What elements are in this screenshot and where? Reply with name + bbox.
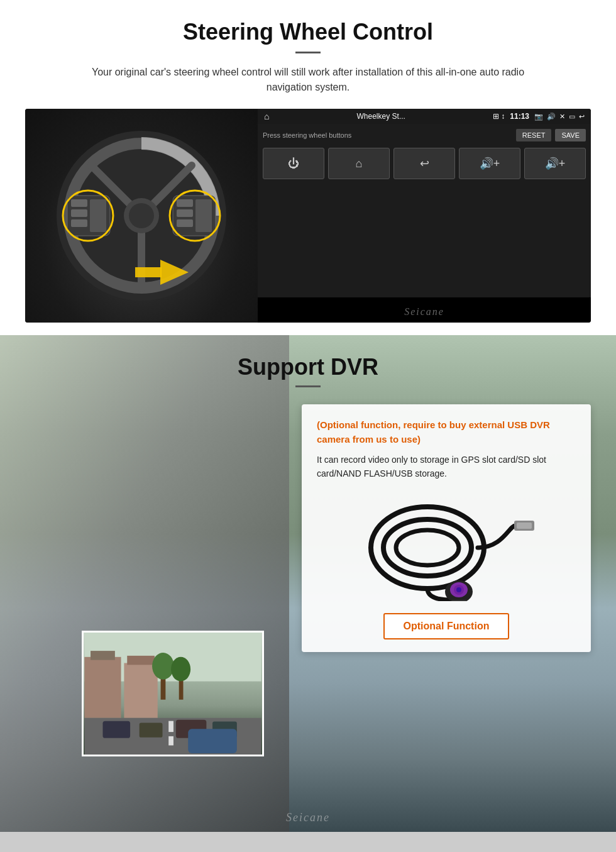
tablet-instruction: Press steering wheel buttons xyxy=(263,131,351,139)
sound-icon: 🔊 xyxy=(547,113,556,121)
tablet-status-bar: ⌂ Wheelkey St... ⊞ ↕ 11:13 📷 🔊 ✕ ▭ ↩ xyxy=(258,109,591,124)
dvr-camera-image xyxy=(317,491,576,604)
svg-rect-37 xyxy=(188,729,237,753)
back-func-btn[interactable]: ↩ xyxy=(393,148,455,179)
svg-rect-25 xyxy=(127,656,155,665)
tablet-time: 11:13 xyxy=(510,112,529,121)
svg-point-46 xyxy=(456,587,461,592)
dvr-inset-photo xyxy=(82,631,264,756)
tablet-buttons-grid: ⏻ ⌂ ↩ 🔊+ 🔊+ xyxy=(263,148,586,179)
svg-rect-8 xyxy=(71,199,87,207)
camera-icon: 📷 xyxy=(534,113,543,121)
signal-icon: ⊞ ↕ xyxy=(493,112,505,121)
dvr-section: Support DVR xyxy=(0,335,616,832)
close-icon: ✕ xyxy=(559,113,565,121)
steering-photo xyxy=(25,109,258,323)
steering-title: Steering Wheel Control xyxy=(25,19,591,45)
reset-button[interactable]: RESET xyxy=(516,129,552,141)
dvr-inset-svg xyxy=(84,633,262,755)
back-icon: ↩ xyxy=(579,113,585,121)
svg-rect-10 xyxy=(71,219,87,227)
optional-function-button[interactable]: Optional Function xyxy=(383,613,510,639)
home-func-btn[interactable]: ⌂ xyxy=(328,148,390,179)
svg-rect-15 xyxy=(177,219,193,227)
svg-rect-34 xyxy=(140,723,163,738)
svg-rect-24 xyxy=(124,663,157,718)
power-func-btn[interactable]: ⏻ xyxy=(263,148,324,179)
svg-rect-20 xyxy=(135,267,162,277)
svg-point-29 xyxy=(171,657,190,682)
svg-point-6 xyxy=(129,203,154,228)
svg-rect-33 xyxy=(102,721,130,738)
svg-rect-16 xyxy=(195,199,212,232)
steering-wheel-svg xyxy=(53,128,229,304)
tablet-status-icons: 📷 🔊 ✕ ▭ ↩ xyxy=(534,113,585,121)
menu-icon: ▭ xyxy=(569,113,575,121)
seicane-watermark-1: Seicane xyxy=(404,306,444,318)
svg-rect-32 xyxy=(168,736,173,746)
svg-rect-9 xyxy=(71,209,87,217)
vol-up-func-btn[interactable]: 🔊+ xyxy=(524,148,586,179)
steering-description: Your original car's steering wheel contr… xyxy=(88,65,528,95)
svg-point-40 xyxy=(396,530,459,565)
dvr-optional-text: (Optional function, require to buy exter… xyxy=(317,418,576,446)
tablet-app-name: Wheelkey St... xyxy=(274,112,487,121)
steering-image-area: ⌂ Wheelkey St... ⊞ ↕ 11:13 📷 🔊 ✕ ▭ ↩ Pre… xyxy=(25,109,591,323)
svg-rect-23 xyxy=(91,651,115,660)
dvr-info-card: (Optional function, require to buy exter… xyxy=(302,404,591,652)
dvr-camera-svg xyxy=(352,494,541,601)
dvr-title-divider xyxy=(295,385,321,387)
svg-rect-11 xyxy=(90,199,106,232)
title-divider xyxy=(295,52,321,53)
save-button[interactable]: SAVE xyxy=(555,129,586,141)
tablet-btn-group: RESET SAVE xyxy=(516,129,586,141)
steering-section: Steering Wheel Control Your original car… xyxy=(0,0,616,335)
tablet-ui: ⌂ Wheelkey St... ⊞ ↕ 11:13 📷 🔊 ✕ ▭ ↩ Pre… xyxy=(258,109,591,323)
svg-rect-22 xyxy=(84,657,121,718)
tablet-content: Press steering wheel buttons RESET SAVE … xyxy=(258,124,591,297)
bottom-bar xyxy=(0,832,616,852)
dvr-header: Support DVR xyxy=(0,335,616,400)
dvr-title: Support DVR xyxy=(0,354,616,380)
dvr-description: It can record video only to storage in G… xyxy=(317,453,576,481)
svg-rect-42 xyxy=(517,523,532,529)
svg-rect-14 xyxy=(177,209,193,217)
svg-rect-13 xyxy=(177,199,193,207)
svg-rect-31 xyxy=(168,721,173,732)
tablet-header-row: Press steering wheel buttons RESET SAVE xyxy=(263,129,586,141)
dvr-street-left xyxy=(0,335,289,832)
svg-point-27 xyxy=(152,653,174,680)
home-icon: ⌂ xyxy=(264,111,269,121)
vol-down-func-btn[interactable]: 🔊+ xyxy=(459,148,520,179)
svg-rect-47 xyxy=(451,600,466,601)
